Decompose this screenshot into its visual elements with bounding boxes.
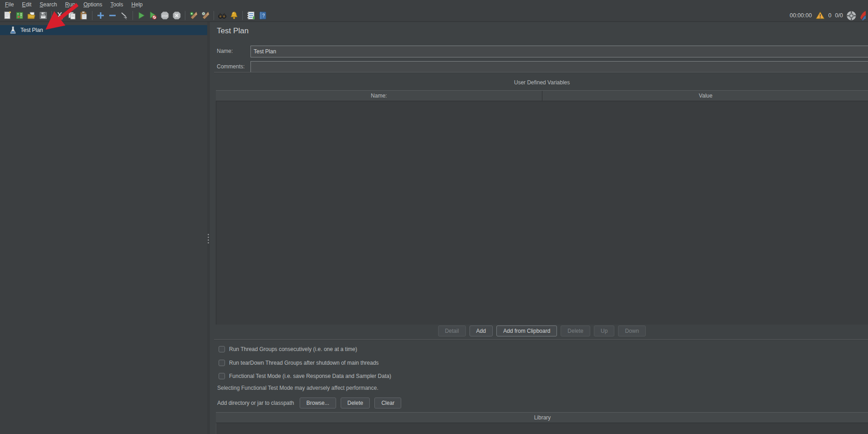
- menu-help-mnemonic: H: [132, 1, 136, 8]
- add-from-clipboard-button[interactable]: Add from Clipboard: [496, 326, 557, 336]
- remote-start-all-icon[interactable]: [188, 10, 199, 21]
- run-consecutively-label: Run Thread Groups consecutively (i.e. on…: [229, 346, 357, 352]
- run-teardown-label: Run tearDown Thread Groups after shutdow…: [229, 360, 379, 366]
- add-button[interactable]: Add: [470, 326, 493, 336]
- jmeter-window: { "colors": { "tree_selection": "#1e3a50…: [0, 0, 868, 434]
- toggle-icon[interactable]: [118, 10, 130, 21]
- name-input[interactable]: Test Plan: [250, 46, 868, 57]
- thread-counts: 0/0: [835, 12, 843, 19]
- collapse-all-icon[interactable]: [107, 10, 118, 21]
- toolbar-separator: [242, 11, 243, 20]
- comments-label: Comments:: [217, 63, 245, 70]
- toolbar-separator: [133, 11, 133, 20]
- expand-all-icon[interactable]: [95, 10, 107, 21]
- tree-item-label: Test Plan: [20, 27, 43, 33]
- rocket-gear-icon: [189, 11, 198, 20]
- run-teardown-checkbox[interactable]: [219, 360, 225, 366]
- run-consecutively-checkbox[interactable]: [219, 346, 225, 352]
- log-warning-icon[interactable]: [816, 11, 825, 20]
- menu-search-mnemonic: S: [40, 1, 43, 8]
- elapsed-timer: 00:00:00: [790, 12, 812, 19]
- menu-help[interactable]: Help: [128, 0, 147, 9]
- library-header: Library: [216, 412, 868, 423]
- floppy-icon: [39, 11, 48, 20]
- library-list[interactable]: [216, 423, 868, 434]
- menu-edit-rest: dit: [26, 1, 31, 8]
- menu-file[interactable]: File: [1, 0, 18, 9]
- menu-tools[interactable]: Tools: [107, 0, 128, 9]
- svg-text:STOP: STOP: [162, 14, 168, 17]
- classpath-delete-button[interactable]: Delete: [341, 398, 370, 408]
- open-folder-icon: [27, 11, 36, 20]
- remote-shutdown-all-icon[interactable]: [199, 10, 211, 21]
- udv-table-header: Name: Value: [216, 90, 868, 101]
- udv-column-value[interactable]: Value: [542, 91, 868, 101]
- shutdown-icon[interactable]: [171, 10, 183, 21]
- function-helper-icon[interactable]: [245, 10, 257, 21]
- page-title: Test Plan: [217, 26, 249, 36]
- toolbar-separator: [51, 11, 52, 20]
- classpath-clear-button[interactable]: Clear: [374, 398, 401, 408]
- classpath-label: Add directory or jar to classpath: [217, 400, 294, 406]
- menu-edit[interactable]: Edit: [18, 0, 36, 9]
- toolbar-separator: [214, 11, 214, 20]
- start-icon[interactable]: [135, 10, 147, 21]
- up-button[interactable]: Up: [594, 326, 614, 336]
- menu-options-rest: ptions: [87, 1, 102, 8]
- clipboard-icon: [79, 11, 88, 20]
- function-list-icon: [246, 11, 255, 20]
- green-play-no-pause-icon: [148, 11, 158, 20]
- search-reset-icon[interactable]: [228, 10, 240, 21]
- test-plan-tree: Test Plan: [0, 22, 207, 434]
- rocket-gear-alt-icon: [201, 11, 210, 20]
- template-book-icon: [15, 11, 24, 20]
- splitter-grip-icon[interactable]: [208, 234, 209, 243]
- search-icon[interactable]: [216, 10, 228, 21]
- help-book-icon: ?: [258, 11, 267, 20]
- comments-input[interactable]: [250, 61, 868, 73]
- log-error-count: 0: [828, 12, 832, 19]
- tree-item-test-plan[interactable]: Test Plan: [0, 25, 207, 35]
- menu-search[interactable]: Search: [36, 0, 61, 9]
- run-teardown-row: Run tearDown Thread Groups after shutdow…: [219, 359, 379, 367]
- down-button[interactable]: Down: [618, 326, 646, 336]
- menu-help-rest: elp: [135, 1, 143, 8]
- templates-icon[interactable]: [14, 10, 26, 21]
- run-consecutively-row: Run Thread Groups consecutively (i.e. on…: [219, 345, 357, 353]
- menu-options[interactable]: Options: [79, 0, 106, 9]
- functional-mode-label: Functional Test Mode (i.e. save Response…: [229, 373, 391, 379]
- browse-button[interactable]: Browse...: [300, 398, 336, 408]
- shutdown-octagon-icon: [172, 11, 181, 20]
- jmeter-logo-icon: [860, 10, 866, 21]
- cut-icon[interactable]: [54, 10, 66, 21]
- udv-panel-title: User Defined Variables: [216, 79, 868, 86]
- plus-icon: [96, 11, 105, 20]
- test-plan-editor: Test Plan Name: Test Plan Comments: User…: [210, 22, 868, 434]
- start-no-timers-icon[interactable]: [147, 10, 159, 21]
- open-icon[interactable]: [26, 10, 37, 21]
- stop-icon[interactable]: STOP: [159, 10, 171, 21]
- scissors-icon: [56, 11, 65, 20]
- udv-table-body[interactable]: [216, 101, 868, 325]
- menu-file-rest: ile: [8, 1, 14, 8]
- section-separator: [214, 339, 868, 340]
- copy-icon[interactable]: [66, 10, 78, 21]
- binoculars-icon: [218, 11, 227, 20]
- green-play-icon: [137, 11, 146, 20]
- detail-button[interactable]: Detail: [438, 326, 466, 336]
- svg-text:?: ?: [262, 13, 265, 18]
- menu-search-rest: earch: [43, 1, 57, 8]
- classpath-row: Add directory or jar to classpath Browse…: [217, 398, 401, 408]
- menu-run[interactable]: Run: [61, 0, 79, 9]
- new-plan-icon[interactable]: [2, 10, 14, 21]
- udv-column-name[interactable]: Name:: [216, 91, 542, 101]
- delete-button[interactable]: Delete: [561, 326, 590, 336]
- functional-mode-checkbox[interactable]: [219, 373, 225, 379]
- paste-icon[interactable]: [78, 10, 90, 21]
- thread-state-icon: [847, 11, 856, 21]
- new-file-icon: [3, 11, 12, 20]
- help-icon[interactable]: ?: [257, 10, 269, 21]
- menu-bar: File Edit Search Run Options Tools Help: [0, 0, 868, 9]
- menu-run-rest: un: [69, 1, 75, 8]
- save-icon[interactable]: [37, 10, 49, 21]
